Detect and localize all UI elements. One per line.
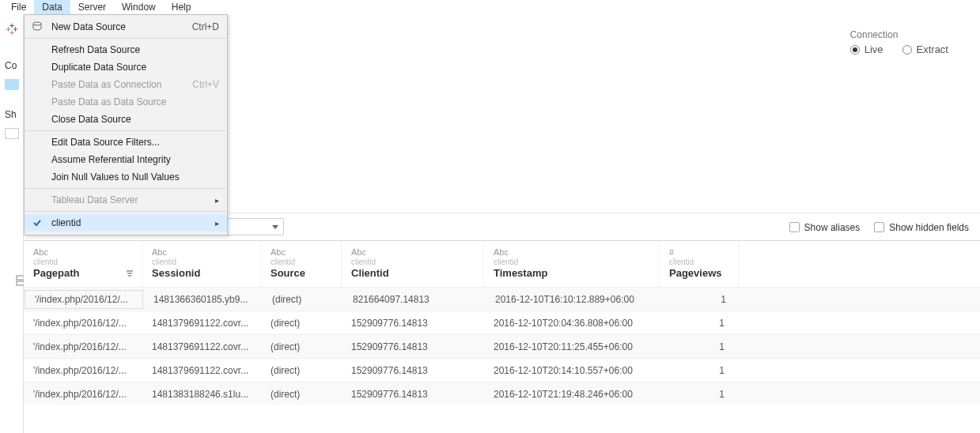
cell: 2016-12-10T21:19:48.246+06:00 — [484, 389, 660, 400]
cell: 1 — [661, 294, 740, 305]
column-source: clientid — [271, 258, 333, 266]
cell: '/index.php/2016/12/... — [24, 318, 142, 329]
left-sidebar: Co Sh — [0, 14, 24, 433]
menu-item-label: Duplicate Data Source — [51, 62, 146, 73]
column-header-timestamp[interactable]: AbcclientidTimestamp — [484, 241, 660, 287]
cell: 2016-12-10T20:04:36.808+06:00 — [484, 318, 660, 329]
menu-item-duplicate-data-source[interactable]: Duplicate Data Source — [25, 58, 227, 76]
checkbox-icon — [874, 222, 884, 232]
cell: '/index.php/2016/12/... — [25, 290, 143, 309]
menu-item-refresh-data-source[interactable]: Refresh Data Source — [25, 41, 227, 58]
table-row[interactable]: '/index.php/2016/12/...1481366360185.yb9… — [24, 287, 980, 311]
table-row[interactable]: '/index.php/2016/12/...1481379691122.cov… — [24, 311, 980, 334]
column-header-pagepath[interactable]: AbcclientidPagepath — [24, 241, 142, 287]
radio-icon — [902, 45, 912, 55]
menu-server[interactable]: Server — [70, 0, 114, 14]
menu-item-assume-referential-integrity[interactable]: Assume Referential Integrity — [25, 151, 227, 168]
menu-item-label: Paste Data as Connection — [51, 79, 161, 90]
cell: '/index.php/2016/12/... — [24, 365, 142, 376]
cell: '/index.php/2016/12/... — [24, 341, 142, 352]
cell: 821664097.14813 — [343, 294, 486, 305]
column-header-pageviews[interactable]: #clientidPageviews — [660, 241, 739, 287]
menu-data[interactable]: Data — [34, 0, 70, 14]
cell: 2016-12-10T16:10:12.889+06:00 — [486, 294, 661, 305]
cell: 152909776.14813 — [342, 389, 484, 400]
connections-label: Co — [0, 60, 23, 71]
menu-separator — [25, 211, 226, 212]
column-header-source[interactable]: AbcclientidSource — [261, 241, 342, 287]
menu-file[interactable]: File — [3, 0, 34, 14]
cell: 152909776.14813 — [342, 365, 484, 376]
column-type: Abc — [351, 247, 475, 257]
menu-item-join-null-values-to-null-values[interactable]: Join Null Values to Null Values — [25, 168, 227, 186]
cell: (direct) — [261, 341, 342, 352]
column-type: Abc — [494, 247, 651, 257]
column-type: Abc — [271, 247, 333, 257]
menu-separator — [25, 130, 226, 131]
column-type: # — [669, 247, 730, 257]
menu-item-new-data-source[interactable]: New Data SourceCtrl+D — [25, 18, 227, 36]
menu-window[interactable]: Window — [114, 0, 164, 14]
menu-item-clientid[interactable]: clientid▸ — [25, 214, 227, 232]
cell: (direct) — [261, 389, 342, 400]
column-name: Source — [271, 267, 333, 279]
sheet-item[interactable] — [5, 128, 19, 139]
menu-item-label: Join Null Values to Null Values — [51, 171, 180, 183]
table-body: '/index.php/2016/12/...1481366360185.yb9… — [24, 287, 980, 405]
menu-shortcut: Ctrl+V — [192, 79, 219, 90]
data-menu-dropdown: New Data SourceCtrl+DRefresh Data Source… — [24, 14, 228, 235]
cell: 1 — [660, 318, 739, 329]
column-source: clientid — [33, 258, 134, 266]
sort-icon[interactable] — [126, 269, 134, 279]
cell: '/index.php/2016/12/... — [24, 389, 142, 400]
data-table: AbcclientidPagepathAbcclientidSessionidA… — [24, 240, 980, 405]
radio-selected-icon — [850, 45, 860, 55]
connection-label: Connection — [850, 29, 948, 40]
table-row[interactable]: '/index.php/2016/12/...1481379691122.cov… — [24, 334, 980, 358]
column-header-clientid[interactable]: AbcclientidClientid — [342, 241, 484, 287]
menu-item-label: Close Data Source — [51, 114, 131, 125]
table-row[interactable]: '/index.php/2016/12/...1481379691122.cov… — [24, 358, 980, 382]
column-name: Pageviews — [669, 267, 730, 279]
menu-separator — [25, 38, 226, 39]
menu-item-close-data-source[interactable]: Close Data Source — [25, 111, 227, 128]
cell: 1481379691122.covr... — [142, 365, 261, 376]
column-source: clientid — [351, 258, 475, 266]
column-source: clientid — [494, 258, 651, 266]
cell: (direct) — [261, 318, 342, 329]
menu-item-label: Assume Referential Integrity — [51, 154, 171, 165]
show-hidden-fields-checkbox[interactable]: Show hidden fields — [874, 220, 969, 233]
show-aliases-checkbox[interactable]: Show aliases — [789, 220, 861, 233]
column-source: clientid — [669, 258, 730, 266]
menu-item-paste-data-as-data-source: Paste Data as Data Source — [25, 93, 227, 111]
cell: (direct) — [261, 365, 342, 376]
tableau-logo-icon — [5, 22, 19, 36]
cell: 1481366360185.yb9... — [144, 294, 263, 305]
connection-extract-radio[interactable]: Extract — [902, 43, 948, 55]
cell: 1 — [660, 365, 739, 376]
menu-item-tableau-data-server: Tableau Data Server▸ — [25, 191, 227, 209]
menu-item-label: Edit Data Source Filters... — [51, 137, 160, 148]
column-header-sessionid[interactable]: AbcclientidSessionid — [142, 241, 261, 287]
menu-item-paste-data-as-connection: Paste Data as ConnectionCtrl+V — [25, 76, 227, 93]
connection-live-radio[interactable]: Live — [850, 43, 884, 55]
menu-help[interactable]: Help — [164, 0, 199, 14]
connection-item[interactable] — [5, 79, 19, 90]
cell: 2016-12-10T20:11:25.455+06:00 — [484, 341, 660, 352]
svg-point-0 — [33, 22, 41, 25]
cell: 1481379691122.covr... — [142, 318, 261, 329]
cell: 1 — [660, 389, 739, 400]
cell: 152909776.14813 — [342, 318, 484, 329]
menu-shortcut: Ctrl+D — [192, 21, 219, 32]
sheets-label: Sh — [0, 109, 23, 120]
check-icon — [31, 216, 44, 229]
menu-item-edit-data-source-filters[interactable]: Edit Data Source Filters... — [25, 134, 227, 151]
table-row[interactable]: '/index.php/2016/12/...1481383188246.s1l… — [24, 382, 980, 405]
column-name: Sessionid — [152, 267, 252, 279]
menu-item-label: clientid — [51, 217, 81, 228]
cell: 1481383188246.s1lu... — [142, 389, 261, 400]
cell: 152909776.14813 — [342, 341, 484, 352]
menu-item-label: Tableau Data Server — [51, 194, 138, 205]
connection-block: Connection Live Extract — [850, 29, 948, 55]
submenu-arrow-icon: ▸ — [215, 196, 219, 205]
